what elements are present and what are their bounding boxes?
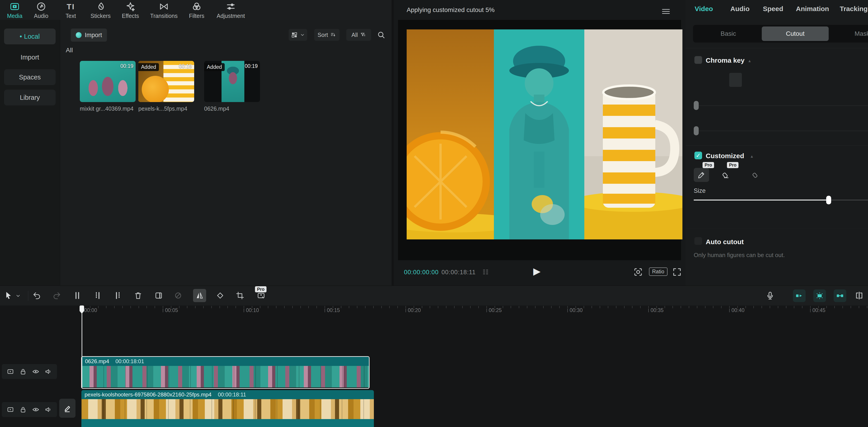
size-slider-handle[interactable] bbox=[826, 196, 831, 204]
tab-animation[interactable]: Animation bbox=[796, 5, 829, 13]
lock-icon[interactable] bbox=[19, 406, 27, 414]
speaker-icon[interactable] bbox=[44, 406, 52, 414]
sort-button[interactable]: Sort bbox=[314, 29, 340, 41]
tab-stickers[interactable]: Stickers bbox=[84, 1, 118, 19]
speaker-icon[interactable] bbox=[44, 368, 52, 375]
frames-grid-icon[interactable] bbox=[481, 268, 490, 277]
toolbar-divider bbox=[28, 291, 28, 301]
sidebar-item-local[interactable]: Local bbox=[4, 29, 56, 44]
import-button[interactable]: Import bbox=[71, 29, 107, 41]
track1-controls bbox=[2, 364, 57, 379]
effects-icon bbox=[125, 1, 135, 12]
ruler-tick: 00:10 bbox=[244, 307, 259, 313]
sidebar-item-import[interactable]: Import bbox=[4, 49, 56, 65]
ratio-button[interactable]: Ratio bbox=[649, 267, 668, 276]
media-clip-mixkit[interactable]: 00:19 bbox=[80, 61, 135, 102]
chroma-intensity-slider-handle[interactable] bbox=[694, 101, 699, 110]
clip-filmstrip bbox=[82, 366, 369, 388]
tab-audio-inspector[interactable]: Audio bbox=[730, 5, 749, 13]
size-slider-fill bbox=[694, 200, 829, 200]
split-button[interactable] bbox=[71, 289, 84, 302]
chroma-key-checkbox[interactable] bbox=[694, 56, 702, 64]
select-tool-button[interactable] bbox=[2, 289, 15, 302]
tab-adjustment[interactable]: Adjustment bbox=[214, 1, 248, 19]
mirror-button[interactable] bbox=[193, 289, 206, 302]
tab-filters[interactable]: Filters bbox=[180, 1, 214, 19]
subtab-basic[interactable]: Basic bbox=[695, 26, 762, 41]
tab-tracking[interactable]: Tracking bbox=[840, 5, 868, 13]
detach-audio-button[interactable] bbox=[172, 289, 185, 302]
record-voiceover-button[interactable] bbox=[764, 289, 777, 302]
timeline-clip-0626[interactable]: 0626.mp4 00:00:18:01 bbox=[81, 356, 370, 389]
linkage-toggle[interactable] bbox=[813, 289, 826, 302]
tab-audio[interactable]: Audio bbox=[24, 1, 58, 19]
view-mode-button[interactable] bbox=[289, 29, 307, 41]
rotate-button[interactable] bbox=[214, 289, 227, 302]
undo-button[interactable] bbox=[30, 289, 43, 302]
delete-button[interactable] bbox=[131, 289, 145, 302]
preview-canvas[interactable] bbox=[398, 20, 681, 260]
chroma-key-label: Chroma key bbox=[706, 57, 745, 64]
chevron-down-icon bbox=[300, 32, 305, 37]
customized-checkbox[interactable]: ✓ bbox=[694, 152, 702, 159]
tab-audio-label: Audio bbox=[34, 13, 49, 19]
cover-edit-button[interactable] bbox=[59, 399, 75, 418]
timeline-clip-pexels[interactable]: pexels-koolshooters-6975806-2880x2160-25… bbox=[81, 390, 374, 427]
chroma-collapse-icon[interactable]: ▴ bbox=[748, 58, 751, 63]
quick-eraser-button[interactable] bbox=[748, 168, 763, 182]
crop-button[interactable] bbox=[234, 289, 247, 302]
subtab-mask[interactable]: Mask bbox=[829, 26, 868, 41]
sidebar-item-spaces[interactable]: Spaces bbox=[4, 69, 56, 85]
redo-button[interactable] bbox=[50, 289, 63, 302]
size-label: Size bbox=[694, 188, 706, 194]
filter-button[interactable]: All bbox=[346, 29, 371, 41]
import-button-label: Import bbox=[85, 32, 102, 39]
inspector-panel: Video Audio Speed Animation Tracking Bas… bbox=[686, 0, 868, 286]
clip-duration: 00:00:18:01 bbox=[116, 358, 144, 365]
chroma-shadow-slider-handle[interactable] bbox=[694, 126, 699, 135]
ruler-tick: 00:15 bbox=[324, 307, 340, 313]
auto-cutout-checkbox[interactable] bbox=[694, 237, 702, 245]
tab-speed[interactable]: Speed bbox=[763, 5, 783, 13]
play-button[interactable]: ▶ bbox=[533, 266, 540, 277]
cutout-eraser-button[interactable] bbox=[718, 168, 734, 182]
eye-icon[interactable] bbox=[32, 406, 39, 414]
tab-text[interactable]: TI Text bbox=[54, 1, 88, 19]
playhead-line[interactable] bbox=[82, 306, 82, 388]
eye-icon[interactable] bbox=[32, 368, 39, 375]
cutout-brush-button[interactable] bbox=[694, 168, 709, 182]
top-toolbar: Media Audio TI Text Stickers Effects bbox=[0, 0, 392, 20]
preview-zoom-icon[interactable] bbox=[633, 267, 643, 277]
media-section-label: All bbox=[66, 47, 73, 54]
tab-filters-label: Filters bbox=[189, 13, 204, 19]
main-track-magnet-button[interactable] bbox=[852, 289, 866, 302]
capcut-window: Media Audio TI Text Stickers Effects bbox=[0, 0, 868, 427]
media-clip-0626[interactable]: Added 00:19 bbox=[204, 61, 260, 102]
media-clip-pexels[interactable]: Added 00:19 bbox=[138, 61, 194, 102]
customized-collapse-icon[interactable]: ▴ bbox=[751, 153, 753, 159]
sticker-icon bbox=[95, 1, 106, 12]
preview-axis-toggle[interactable] bbox=[834, 289, 846, 302]
delete-right-button[interactable] bbox=[111, 289, 124, 302]
lock-icon[interactable] bbox=[19, 368, 27, 375]
menu-icon[interactable] bbox=[662, 8, 670, 15]
ruler-minor-ticks bbox=[82, 306, 868, 308]
search-icon[interactable] bbox=[377, 30, 385, 39]
sidebar-item-local-label: Local bbox=[24, 33, 39, 40]
tab-effects[interactable]: Effects bbox=[114, 1, 147, 19]
timeline-area[interactable]: 00:00 00:05 00:10 00:15 00:20 00:25 00:3… bbox=[0, 306, 868, 427]
tab-transitions[interactable]: Transitions bbox=[147, 1, 181, 19]
preview-status-text: Applying customized cutout 5% bbox=[407, 6, 495, 13]
video-middle-cutout-person bbox=[494, 29, 584, 239]
tab-video[interactable]: Video bbox=[694, 5, 713, 13]
sidebar-item-library[interactable]: Library bbox=[4, 90, 56, 106]
clip-filename: mixkit gr...40369.mp4 bbox=[80, 106, 135, 112]
fullscreen-icon[interactable] bbox=[672, 267, 682, 277]
delete-left-button[interactable] bbox=[91, 289, 104, 302]
freeze-frame-button[interactable] bbox=[152, 289, 165, 302]
magnetic-snap-toggle[interactable] bbox=[793, 289, 806, 302]
chroma-color-swatch[interactable] bbox=[729, 73, 742, 87]
preview-controls: 00:00:00:00 00:00:18:11 ▶ Ratio bbox=[394, 260, 686, 286]
subtab-cutout[interactable]: Cutout bbox=[762, 26, 829, 41]
select-tool-chevron-icon[interactable] bbox=[16, 293, 21, 298]
